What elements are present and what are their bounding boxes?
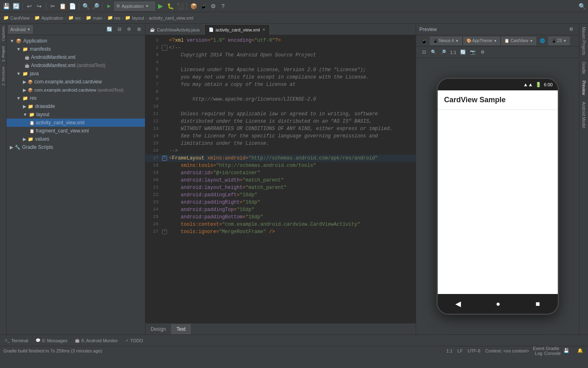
fold-icon-end[interactable]: + (162, 229, 167, 234)
file-icon-manifest-test: 🤖 (24, 63, 29, 68)
component-dropdown[interactable]: 📋 CardView ▼ (501, 37, 536, 45)
todo-button[interactable]: ✓ TODO (122, 336, 147, 345)
toolbar-sync-button[interactable]: 🔄 (11, 2, 20, 11)
folder-icon-values: 📁 (28, 137, 33, 142)
toolbar-redo-button[interactable]: ↪ (35, 2, 44, 11)
tab-close-button[interactable]: ✕ (262, 27, 265, 32)
back-button[interactable]: ◀ (455, 299, 461, 308)
messages-button[interactable]: 💬 0: Messages (32, 336, 71, 345)
event-log-button[interactable]: Event Log (534, 346, 543, 355)
settings-tree-button[interactable]: ⚙ (125, 25, 134, 34)
structure-tab[interactable]: 2: Structure (0, 64, 6, 88)
api-level-dropdown[interactable]: 📱 23 ▼ (548, 37, 570, 45)
recents-button[interactable]: ■ (536, 300, 540, 308)
zoom-fit-button[interactable]: ⊡ (419, 48, 428, 57)
fold-icon-comment[interactable]: - (162, 45, 167, 51)
cursor-position: 1:1 (446, 348, 452, 353)
run-configuration-dropdown[interactable]: ⚙ Application ▼ (114, 2, 155, 11)
status-notifications-button[interactable]: 🔔 (576, 346, 585, 355)
tab-java[interactable]: ☕ CardViewActivity.java (145, 24, 204, 35)
device-dropdown[interactable]: 📱 Nexus 4 ▼ (430, 37, 462, 45)
preview-locale-button[interactable]: 🌐 (538, 36, 547, 45)
maven-projects-tab[interactable]: Maven Projects (580, 24, 587, 58)
tree-item-androidmanifest[interactable]: 🤖 AndroidManifest.xml (7, 53, 145, 61)
toolbar-help-button[interactable]: ? (218, 2, 227, 11)
toolbar-run-config-button[interactable]: ▶ (105, 2, 114, 11)
breadcrumb-src[interactable]: 📁 src (68, 15, 81, 20)
code-editor[interactable]: 1 <?xml version="1.0" encoding="utf-8"?>… (145, 35, 416, 323)
code-line-19: 19 android:id="@+id/container" (145, 169, 416, 177)
android-monitor-button[interactable]: 🤖 6: Android Monitor (71, 336, 121, 345)
tree-item-application[interactable]: ▼ 📦 Application (7, 37, 145, 45)
main-toolbar: 💾 🔄 ↩ ↪ ✂ 📋 📄 🔍 🔎 ▶ ⚙ Application ▼ ▶ 🐛 … (0, 0, 588, 12)
terminal-button[interactable]: >_ Terminal (2, 336, 31, 345)
home-button[interactable]: ● (496, 300, 501, 308)
toolbar-paste-button[interactable]: 📄 (68, 2, 77, 11)
tree-item-package2[interactable]: ▶ 📦 com.example.android.cardview (androi… (7, 86, 145, 94)
collapse-all-button[interactable]: ⊟ (115, 25, 124, 34)
toolbar-search-button[interactable]: 🔍 (81, 2, 90, 11)
code-line-12: 12 distributed under the License is dist… (145, 118, 416, 125)
breadcrumb-cardview[interactable]: 📁 CardView (3, 15, 30, 20)
context-info: Context: <no context> (485, 348, 529, 353)
theme-dropdown[interactable]: 🎨 AppTheme ▼ (463, 37, 500, 45)
toolbar-stop-button[interactable]: ⬛ (176, 2, 185, 11)
breadcrumb-application[interactable]: 📁 Application (34, 15, 63, 20)
left-side-panel-tabs: Captures 1: Project 2: Structure (0, 24, 7, 334)
preview-render-mode-button[interactable]: 📱 (419, 36, 428, 45)
breadcrumb-main[interactable]: 📁 main (86, 15, 102, 20)
toolbar-cut-button[interactable]: ✂ (48, 2, 57, 11)
zoom-100-button[interactable]: 1:1 (449, 48, 458, 57)
gradle-tab[interactable]: Gradle (580, 58, 587, 77)
tree-item-androidmanifest-test[interactable]: 🤖 AndroidManifest.xml (androidTest) (7, 61, 145, 70)
toolbar-search2-button[interactable]: 🔎 (91, 2, 100, 11)
expand-all-button[interactable]: ⊞ (134, 25, 143, 34)
tree-item-drawable[interactable]: ▶ 📁 drawable (7, 102, 145, 110)
android-model-tab[interactable]: Android Model (580, 99, 587, 131)
preview-settings2-button[interactable]: ⚙ (478, 48, 487, 57)
status-hdd-button[interactable]: 💾 (562, 346, 571, 355)
toolbar-debug-button[interactable]: 🐛 (166, 2, 175, 11)
zoom-out-button[interactable]: 🔎 (439, 48, 448, 57)
file-icon-manifest: 🤖 (24, 55, 29, 60)
text-tab[interactable]: Text (171, 324, 191, 334)
zoom-in-button[interactable]: 🔍 (429, 48, 438, 57)
project-tab[interactable]: 1: Project (0, 44, 6, 64)
toolbar-settings-button[interactable]: ⚙ (209, 2, 218, 11)
screenshot-button[interactable]: 📷 (468, 48, 477, 57)
tree-item-values[interactable]: ▶ 📁 values (7, 135, 145, 143)
center-panel: ☕ CardViewActivity.java 📄 activity_card_… (145, 24, 416, 334)
code-line-6: 6 you may not use this file except in co… (145, 74, 416, 81)
tree-item-activity-card[interactable]: 📋 activity_card_view.xml (7, 119, 145, 127)
android-view-dropdown[interactable]: Android ▼ (8, 25, 33, 34)
refresh-button[interactable]: 🔄 (459, 48, 468, 57)
toolbar-copy-button[interactable]: 📋 (58, 2, 67, 11)
breadcrumb-res[interactable]: 📁 res (107, 15, 120, 20)
phone-nav-bar: ◀ ● ■ (438, 294, 558, 314)
captures-tab[interactable]: Captures (0, 24, 6, 44)
breadcrumb-layout[interactable]: 📁 layout (125, 15, 144, 20)
gradle-console-button[interactable]: Gradle Console (548, 346, 557, 355)
toolbar-save-button[interactable]: 💾 (2, 2, 11, 11)
tree-item-res[interactable]: ▼ 📁 res (7, 94, 145, 102)
design-tab[interactable]: Design (145, 324, 171, 334)
tree-item-fragment-card[interactable]: 📋 fragment_card_view.xml (7, 127, 145, 135)
toolbar-sdk-button[interactable]: 📦 (189, 2, 198, 11)
toolbar-undo-button[interactable]: ↩ (25, 2, 34, 11)
toolbar-run-button[interactable]: ▶ (156, 2, 165, 11)
preview-side-tab[interactable]: Preview (580, 77, 587, 99)
fold-icon-framelayout[interactable]: C (162, 156, 167, 161)
tree-item-layout[interactable]: ▼ 📁 layout (7, 110, 145, 119)
tab-xml[interactable]: 📄 activity_card_view.xml ✕ (204, 24, 270, 35)
tree-item-gradle-scripts[interactable]: ▶ 🔧 Gradle Scripts (7, 143, 145, 151)
toolbar-search-everywhere-button[interactable]: 🔍 (577, 2, 586, 11)
tree-item-java[interactable]: ▼ 📁 java (7, 70, 145, 78)
code-line-27: 27 + tools:ignore="MergeRootFrame" /> (145, 228, 416, 236)
preview-settings-button[interactable]: ⚙ (567, 25, 576, 34)
tree-item-manifests[interactable]: ▼ 📁 manifests (7, 45, 145, 53)
tree-item-package1[interactable]: ▶ 📦 com.example.android.cardview (7, 78, 145, 86)
breadcrumb-file[interactable]: activity_card_view.xml (149, 16, 194, 20)
sync-project-button[interactable]: 🔄 (105, 25, 114, 34)
package-icon-2: 📦 (28, 88, 33, 92)
toolbar-avd-button[interactable]: 📱 (199, 2, 208, 11)
